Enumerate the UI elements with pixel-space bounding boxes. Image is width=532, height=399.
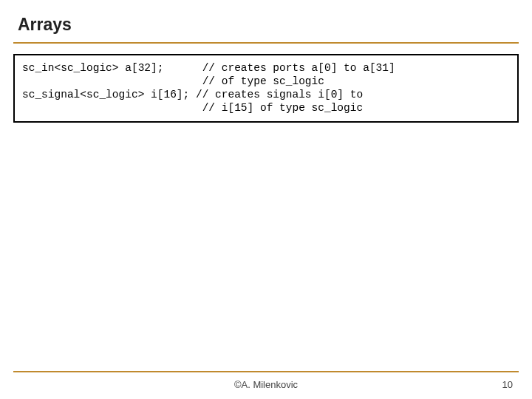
code-block: sc_in<sc_logic> a[32]; // creates ports … (13, 54, 519, 123)
footer-divider (13, 371, 519, 372)
footer-author: ©A. Milenkovic (0, 379, 532, 390)
title-divider (13, 42, 519, 44)
slide: Arrays sc_in<sc_logic> a[32]; // creates… (0, 0, 532, 399)
page-number: 10 (502, 379, 513, 390)
page-title: Arrays (13, 10, 519, 41)
